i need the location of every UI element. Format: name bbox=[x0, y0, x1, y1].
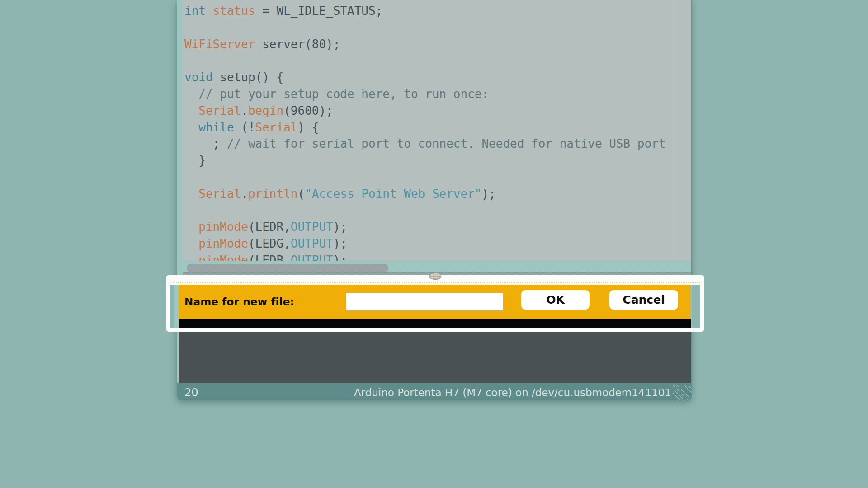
line-number: 20 bbox=[184, 386, 198, 399]
highlight-annotation: Name for new file: OK Cancel bbox=[166, 275, 704, 332]
highlight-border-bottom bbox=[166, 328, 704, 332]
code-area: int status = WL_IDLE_STATUS; WiFiServer … bbox=[184, 3, 665, 261]
ok-button[interactable]: OK bbox=[521, 290, 590, 310]
code-line bbox=[184, 169, 665, 186]
desktop-background: int status = WL_IDLE_STATUS; WiFiServer … bbox=[0, 0, 868, 488]
code-line: } bbox=[184, 152, 665, 169]
splitter-bar[interactable] bbox=[166, 275, 704, 285]
code-line: pinMode(LEDG,OUTPUT); bbox=[184, 235, 665, 252]
window-right-margin bbox=[691, 319, 700, 328]
window-left-margin bbox=[170, 319, 179, 328]
code-line: pinMode(LEDR,OUTPUT); bbox=[184, 219, 665, 235]
cancel-button[interactable]: Cancel bbox=[609, 290, 678, 310]
window-left-margin bbox=[170, 285, 179, 319]
code-line: while (!Serial) { bbox=[184, 119, 665, 136]
code-line: Serial.begin(9600); bbox=[184, 103, 665, 119]
code-line: ; // wait for serial port to connect. Ne… bbox=[184, 136, 665, 152]
code-line: void setup() { bbox=[184, 69, 665, 86]
prompt-label: Name for new file: bbox=[184, 296, 294, 308]
editor-bottom-divider bbox=[183, 261, 691, 261]
code-line: WiFiServer server(80); bbox=[184, 36, 665, 53]
console-top-bar bbox=[179, 319, 691, 328]
splitter-grip-icon[interactable] bbox=[429, 272, 441, 280]
code-line bbox=[184, 202, 665, 219]
console-output bbox=[179, 332, 691, 383]
new-file-prompt-bar: Name for new file: OK Cancel bbox=[179, 285, 691, 319]
code-line: Serial.println("Access Point Web Server"… bbox=[184, 186, 665, 202]
window-right-margin bbox=[691, 285, 700, 319]
arduino-ide-window: int status = WL_IDLE_STATUS; WiFiServer … bbox=[177, 0, 692, 400]
status-bar: 20 Arduino Portenta H7 (M7 core) on /dev… bbox=[177, 383, 692, 400]
board-port-status: Arduino Portenta H7 (M7 core) on /dev/cu… bbox=[354, 387, 671, 399]
filename-input[interactable] bbox=[346, 293, 503, 310]
code-editor[interactable]: int status = WL_IDLE_STATUS; WiFiServer … bbox=[183, 0, 691, 261]
code-line: pinMode(LEDB,OUTPUT); bbox=[184, 252, 665, 261]
resize-grip-icon[interactable] bbox=[673, 385, 692, 400]
splitter-dotted-line bbox=[170, 282, 700, 283]
code-line: int status = WL_IDLE_STATUS; bbox=[184, 3, 665, 19]
code-line: // put your setup code here, to run once… bbox=[184, 86, 665, 103]
code-line bbox=[184, 19, 665, 36]
horizontal-scrollbar-thumb[interactable] bbox=[187, 264, 388, 272]
code-line bbox=[184, 52, 665, 69]
print-margin-guide bbox=[676, 0, 676, 261]
